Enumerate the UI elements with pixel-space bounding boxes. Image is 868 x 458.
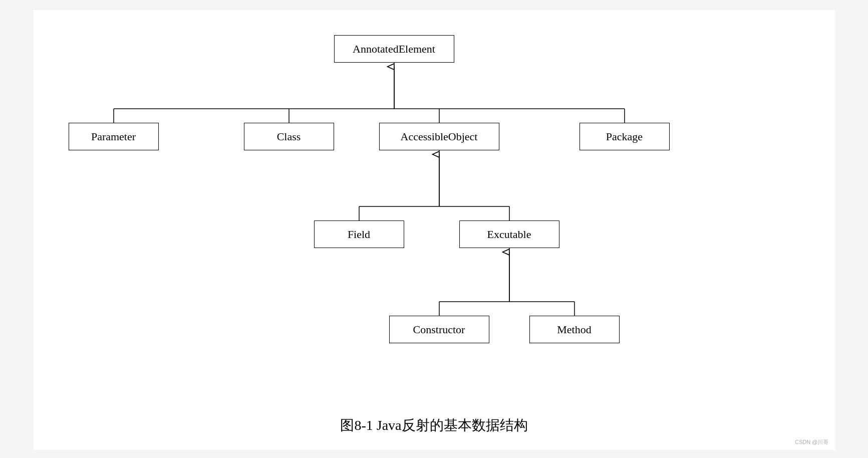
diagram-caption: 图8-1 Java反射的基本数据结构	[49, 411, 820, 435]
watermark: CSDN @川哥	[795, 438, 828, 446]
diagram-area: AnnotatedElement Parameter Class Accessi…	[49, 25, 820, 406]
uml-connections	[49, 25, 820, 406]
box-field: Field	[314, 220, 404, 248]
box-accessible-object: AccessibleObject	[379, 123, 499, 150]
box-class: Class	[244, 123, 334, 150]
box-constructor: Constructor	[389, 316, 489, 343]
box-parameter: Parameter	[69, 123, 159, 150]
box-package: Package	[580, 123, 670, 150]
box-annotated-element: AnnotatedElement	[334, 35, 454, 63]
box-excutable: Excutable	[459, 220, 559, 248]
box-method: Method	[529, 316, 620, 343]
diagram-container: AnnotatedElement Parameter Class Accessi…	[34, 10, 835, 450]
